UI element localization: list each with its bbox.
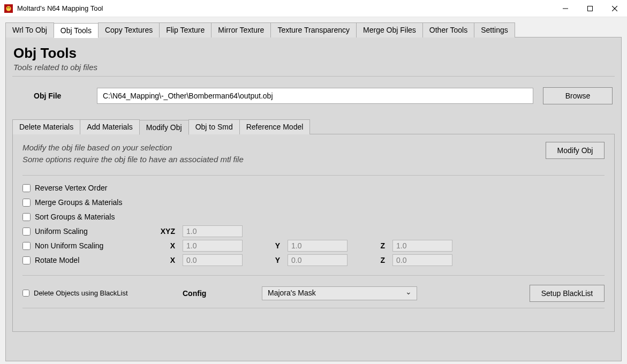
input-uniform-xyz[interactable] [183,225,243,237]
checkbox-uniform-scaling[interactable] [22,228,31,236]
obj-file-label: Obj File [34,92,87,100]
svg-line-7 [612,6,617,11]
label-delete-blacklist: Delete Objects using BlackList [34,289,178,297]
tab-other-tools[interactable]: Other Tools [422,22,474,37]
page-title: Obj Tools [13,45,615,62]
app-icon [4,4,13,13]
page-subtitle: Tools related to obj files [13,63,615,72]
label-nu-x: X [157,241,178,250]
label-rotate-model: Rotate Model [35,256,153,264]
minimize-button[interactable] [553,0,578,17]
close-button[interactable] [602,0,627,17]
outer-tab-panel: Obj Tools Tools related to obj files Obj… [5,37,622,361]
label-non-uniform-scaling: Non Uniform Scaling [35,241,153,250]
obj-file-input[interactable] [97,88,533,104]
browse-button[interactable]: Browse [543,87,613,104]
label-reverse-vertex: Reverse Vertex Order [35,184,153,192]
tab-obj-tools[interactable]: Obj Tools [54,23,99,38]
modify-description: Modify the obj file based on your select… [22,142,537,165]
tab-add-materials[interactable]: Add Materials [80,119,140,134]
config-select-value: Majora's Mask [262,286,417,300]
inner-tab-panel: Modify the obj file based on your select… [12,134,615,332]
svg-point-2 [7,7,9,8]
label-rot-x: X [157,256,178,264]
label-config: Config [183,289,258,298]
input-nu-y[interactable] [288,240,348,252]
svg-point-3 [9,7,10,8]
svg-point-1 [6,6,11,11]
titlebar: Moltard's N64 Mapping Tool [0,0,627,17]
label-uniform-scaling: Uniform Scaling [35,227,153,236]
svg-rect-5 [588,6,593,11]
tab-modify-obj[interactable]: Modify Obj [139,120,189,135]
label-nu-z: Z [377,241,388,250]
checkbox-reverse-vertex[interactable] [22,184,31,192]
label-merge-groups: Merge Groups & Materials [35,198,153,207]
tab-flip-texture[interactable]: Flip Texture [159,22,211,37]
label-rot-y: Y [273,256,283,264]
tab-wrl-to-obj[interactable]: Wrl To Obj [5,22,54,37]
tab-settings[interactable]: Settings [474,22,515,37]
label-nu-y: Y [273,241,283,250]
obj-file-row: Obj File Browse [12,87,615,119]
tab-mirror-texture[interactable]: Mirror Texture [211,22,271,37]
outer-tab-bar: Wrl To Obj Obj Tools Copy Textures Flip … [5,22,622,37]
setup-blacklist-button[interactable]: Setup BlackList [530,285,605,302]
tab-copy-textures[interactable]: Copy Textures [98,22,160,37]
checkbox-delete-blacklist[interactable] [22,290,29,297]
checkbox-non-uniform-scaling[interactable] [22,242,31,250]
tab-merge-obj-files[interactable]: Merge Obj Files [356,22,423,37]
label-sort-groups: Sort Groups & Materials [35,213,153,221]
modify-obj-button[interactable]: Modify Obj [546,142,605,159]
input-rot-z[interactable] [392,254,452,266]
maximize-button[interactable] [578,0,602,17]
tab-obj-to-smd[interactable]: Obj to Smd [188,119,240,134]
label-xyz: XYZ [157,227,178,236]
inner-tab-bar: Delete Materials Add Materials Modify Ob… [12,119,615,134]
checkbox-rotate-model[interactable] [22,256,31,264]
window-title: Moltard's N64 Mapping Tool [17,4,103,12]
svg-line-6 [612,6,617,11]
tab-reference-model[interactable]: Reference Model [239,119,311,134]
input-nu-z[interactable] [392,240,452,252]
config-select[interactable]: Majora's Mask [262,286,417,300]
label-rot-z: Z [377,256,388,264]
tab-delete-materials[interactable]: Delete Materials [12,119,80,134]
input-rot-y[interactable] [288,254,348,266]
input-nu-x[interactable] [183,240,243,252]
checkbox-sort-groups[interactable] [22,213,31,221]
checkbox-merge-groups[interactable] [22,199,31,207]
input-rot-x[interactable] [183,254,243,266]
tab-texture-transparency[interactable]: Texture Transparency [270,22,357,37]
